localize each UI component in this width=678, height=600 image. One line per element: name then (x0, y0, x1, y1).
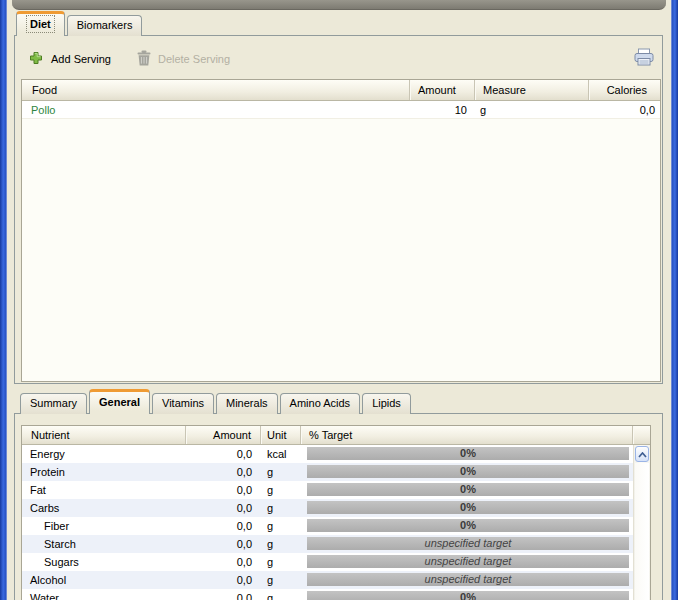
scrollbar-header-spacer (633, 426, 650, 444)
nutrient-column-header[interactable]: Nutrient (22, 426, 186, 444)
nutrient-row-fat[interactable]: Fat 0,0 g 0% (22, 481, 633, 499)
target-progress-bar: 0% (307, 591, 629, 600)
tab-vitamins[interactable]: Vitamins (152, 393, 214, 414)
target-progress-bar: 0% (307, 483, 629, 496)
tab-amino-acids-label: Amino Acids (290, 397, 351, 409)
food-column-header[interactable]: Food (22, 80, 410, 100)
amount-column-header[interactable]: Amount (410, 80, 475, 100)
nutrient-amount: 0,0 (186, 481, 261, 499)
tab-diet-label: Diet (26, 15, 55, 33)
food-row[interactable]: Pollo 10 g 0,0 (22, 101, 660, 119)
measure-column-header[interactable]: Measure (475, 80, 589, 100)
diet-toolbar: Add Serving Delete Serving (23, 44, 657, 74)
target-cell: 0% (301, 499, 633, 517)
nutrient-row-sugars[interactable]: Sugars 0,0 g unspecified target (22, 553, 633, 571)
food-table-header: Food Amount Measure Calories (22, 80, 660, 101)
nutrient-amount: 0,0 (186, 517, 261, 535)
delete-serving-button[interactable]: Delete Serving (132, 47, 235, 71)
nutrient-table-header: Nutrient Amount Unit % Target (22, 426, 650, 445)
nutrient-row-carbs[interactable]: Carbs 0,0 g 0% (22, 499, 633, 517)
tab-summary[interactable]: Summary (20, 393, 87, 414)
nutrient-unit: g (261, 571, 301, 589)
tab-diet[interactable]: Diet (16, 11, 65, 36)
vertical-scrollbar[interactable] (633, 445, 650, 600)
nutrient-name: Fat (22, 481, 186, 499)
target-cell: 0% (301, 445, 633, 463)
window-border-right (671, 0, 678, 600)
nutrient-amount: 0,0 (186, 535, 261, 553)
nutrient-name: Fiber (22, 517, 186, 535)
nutrient-row-water[interactable]: Water 0,0 g 0% (22, 589, 633, 600)
food-measure-cell: g (475, 101, 589, 118)
nutrient-row-alcohol[interactable]: Alcohol 0,0 g unspecified target (22, 571, 633, 589)
scrollbar-track[interactable] (635, 463, 649, 600)
tab-minerals[interactable]: Minerals (216, 393, 278, 414)
nutrient-row-energy[interactable]: Energy 0,0 kcal 0% (22, 445, 633, 463)
target-progress-bar: unspecified target (307, 537, 629, 550)
nutrient-row-fiber[interactable]: Fiber 0,0 g 0% (22, 517, 633, 535)
nutrient-name: Energy (22, 445, 186, 463)
tab-lipids[interactable]: Lipids (362, 393, 411, 414)
food-name-cell: Pollo (22, 101, 410, 118)
target-progress-bar: unspecified target (307, 555, 629, 568)
nutrient-name: Alcohol (22, 571, 186, 589)
nutrient-row-protein[interactable]: Protein 0,0 g 0% (22, 463, 633, 481)
unit-column-header[interactable]: Unit (261, 426, 301, 444)
target-progress-bar: 0% (307, 501, 629, 514)
nutrient-amount: 0,0 (186, 589, 261, 600)
nutrient-amount: 0,0 (186, 553, 261, 571)
tab-biomarkers[interactable]: Biomarkers (67, 15, 143, 36)
add-serving-label: Add Serving (51, 53, 111, 65)
add-serving-button[interactable]: Add Serving (23, 47, 116, 71)
tab-general[interactable]: General (89, 389, 150, 414)
nutrient-unit: g (261, 517, 301, 535)
nutrient-unit: g (261, 463, 301, 481)
nutrient-amount: 0,0 (186, 499, 261, 517)
general-panel: Nutrient Amount Unit % Target Energy 0,0… (14, 413, 663, 600)
nutrient-name: Water (22, 589, 186, 600)
main-tab-bar: Diet Biomarkers (16, 11, 144, 36)
target-progress-bar: 0% (307, 465, 629, 478)
window-border-left (0, 0, 7, 600)
scroll-up-button[interactable] (635, 446, 649, 462)
target-cell: unspecified target (301, 535, 633, 553)
target-cell: 0% (301, 481, 633, 499)
tab-lipids-label: Lipids (372, 397, 401, 409)
tab-amino-acids[interactable]: Amino Acids (280, 393, 361, 414)
nutrient-unit: g (261, 499, 301, 517)
target-cell: 0% (301, 463, 633, 481)
plus-icon (28, 50, 44, 68)
calories-column-header[interactable]: Calories (589, 80, 660, 100)
window-top-bar (12, 0, 666, 10)
target-column-header[interactable]: % Target (301, 426, 633, 444)
nutrient-table: Nutrient Amount Unit % Target Energy 0,0… (21, 425, 651, 600)
tab-general-label: General (99, 396, 140, 408)
tab-biomarkers-label: Biomarkers (77, 19, 133, 31)
diet-panel: Add Serving Delete Serving (14, 35, 663, 384)
nutrient-tab-bar: Summary General Vitamins Minerals Amino … (20, 389, 413, 414)
cronometer-window: Diet Biomarkers Add Serving (0, 0, 678, 600)
target-cell: 0% (301, 517, 633, 535)
trash-icon (137, 50, 151, 68)
print-button[interactable] (631, 46, 657, 72)
target-progress-bar: unspecified target (307, 573, 629, 586)
nutrient-name: Protein (22, 463, 186, 481)
food-table: Food Amount Measure Calories Pollo 10 g … (21, 79, 661, 382)
nutrient-name: Starch (22, 535, 186, 553)
food-table-body: Pollo 10 g 0,0 (22, 101, 660, 119)
delete-serving-label: Delete Serving (158, 53, 230, 65)
food-amount-cell: 10 (410, 101, 475, 118)
nutrient-amount: 0,0 (186, 571, 261, 589)
nutrient-name: Carbs (22, 499, 186, 517)
tab-minerals-label: Minerals (226, 397, 268, 409)
tab-summary-label: Summary (30, 397, 77, 409)
nutrient-unit: kcal (261, 445, 301, 463)
amount-column-header[interactable]: Amount (186, 426, 261, 444)
nutrient-name: Sugars (22, 553, 186, 571)
target-cell: 0% (301, 589, 633, 600)
nutrient-unit: g (261, 589, 301, 600)
target-cell: unspecified target (301, 571, 633, 589)
nutrient-row-starch[interactable]: Starch 0,0 g unspecified target (22, 535, 633, 553)
printer-icon (633, 48, 655, 70)
nutrient-unit: g (261, 481, 301, 499)
